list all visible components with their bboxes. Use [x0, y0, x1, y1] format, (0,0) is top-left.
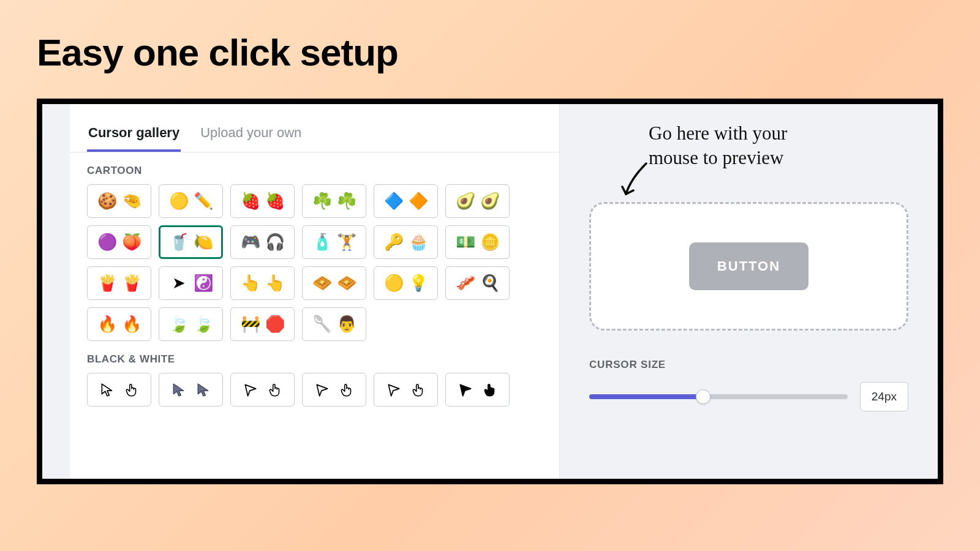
cursor-tile-clover[interactable]: ☘️☘️	[302, 184, 366, 218]
cursor-icon-a: 🧴	[313, 233, 331, 252]
cursor-tile-dessert[interactable]: 🔑🧁	[374, 225, 438, 259]
annotation-line1: Go here with your	[649, 122, 787, 144]
section-cartoon-label: CARTOON	[70, 152, 559, 184]
cursor-icon-a: 🔷	[385, 192, 403, 211]
cursor-tile-bulb[interactable]: 🟡💡	[374, 266, 438, 300]
preview-button[interactable]: BUTTON	[689, 242, 809, 290]
cursor-icon-a: 🍓	[241, 192, 260, 211]
cursor-icon-a: ☘️	[313, 192, 331, 211]
slider-fill	[589, 394, 703, 399]
cursor-tile-bw6[interactable]	[445, 373, 510, 407]
app-window: Cursor gallery Upload your own CARTOON 🍪…	[37, 99, 943, 484]
cursor-icon-b	[481, 381, 499, 399]
cursor-icon-b	[409, 381, 428, 399]
cursor-icon-b: 🍑	[123, 233, 141, 252]
cursor-icon-b: ✏️	[194, 192, 213, 211]
cursor-tile-fire[interactable]: 🔥🔥	[87, 307, 151, 341]
cursor-icon-a	[456, 381, 475, 399]
cursor-tile-spatula[interactable]: 🥄👨	[302, 307, 366, 341]
cursor-icon-b: 👨	[337, 315, 356, 334]
cursor-icon-b: 🔥	[123, 315, 141, 334]
cursor-icon-a: 🟣	[98, 233, 116, 252]
cursor-icon-a	[98, 381, 116, 399]
annotation-arrow-icon	[619, 160, 655, 203]
cursor-icon-b: 🍟	[123, 274, 141, 293]
cartoon-grid: 🍪🤏🟡✏️🍓🍓☘️☘️🔷🔶🥑🥑🟣🍑🥤🍋🎮🎧🧴🏋️🔑🧁💵🪙🍟🍟➤☯️👆👆🧇🧇🟡💡🥓…	[70, 184, 559, 341]
cursor-size-value: 24px	[860, 382, 908, 411]
cursor-tile-drinks[interactable]: 🥤🍋	[159, 225, 223, 259]
cursor-icon-a: 🟡	[385, 274, 403, 293]
left-panel: Cursor gallery Upload your own CARTOON 🍪…	[70, 104, 560, 479]
right-panel: Go here with your mouse to preview BUTTO…	[560, 104, 938, 479]
cursor-tile-avocado[interactable]: 🥑🥑	[445, 184, 510, 218]
cursor-tile-fries[interactable]: 🍟🍟	[87, 266, 151, 300]
cursor-icon-b: 🛑	[266, 315, 284, 334]
cursor-icon-b: 🍋	[194, 233, 213, 252]
cursor-tile-bacon[interactable]: 🥓🍳	[445, 266, 510, 300]
cursor-icon-b: 🍓	[266, 192, 284, 211]
cursor-icon-b: 💡	[409, 274, 428, 293]
cursor-icon-b	[337, 381, 356, 399]
cursor-tile-strawberry[interactable]: 🍓🍓	[230, 184, 295, 218]
cursor-icon-a: 🍪	[98, 192, 116, 211]
cursor-icon-b: 🍃	[194, 315, 213, 334]
cursor-icon-b: 🍳	[481, 274, 499, 293]
cursor-icon-b	[123, 381, 141, 399]
tab-bar: Cursor gallery Upload your own	[70, 116, 559, 152]
cursor-tile-bw5[interactable]	[374, 373, 438, 407]
section-bw-label: BLACK & WHITE	[70, 341, 559, 373]
cursor-icon-b: 👆	[266, 274, 284, 293]
cursor-tile-prism[interactable]: 🔷🔶	[374, 184, 438, 218]
cursor-icon-b: 🧇	[337, 274, 356, 293]
cursor-icon-b: 🤏	[123, 192, 141, 211]
cursor-icon-b: 🥑	[481, 192, 499, 211]
tab-upload-own[interactable]: Upload your own	[199, 116, 303, 152]
page-title: Easy one click setup	[37, 31, 943, 74]
cursor-icon-b: 🔶	[409, 192, 428, 211]
cursor-icon-a	[385, 381, 403, 399]
cursor-tile-bw3[interactable]	[230, 373, 295, 407]
cursor-tile-leaf[interactable]: 🍃🍃	[159, 307, 223, 341]
cursor-tile-stop[interactable]: 🚧🛑	[230, 307, 295, 341]
cursor-icon-a: 🟡	[170, 192, 188, 211]
cursor-size-row: 24px	[589, 382, 908, 411]
tab-cursor-gallery[interactable]: Cursor gallery	[87, 116, 181, 152]
cursor-icon-a: 💵	[456, 233, 475, 252]
cursor-icon-a	[170, 381, 188, 399]
annotation-text: Go here with your mouse to preview	[649, 121, 787, 171]
cursor-tile-yinyang[interactable]: ➤☯️	[159, 266, 223, 300]
cursor-icon-a: 🍟	[98, 274, 116, 293]
slider-thumb[interactable]	[696, 389, 710, 404]
cursor-tile-pencil[interactable]: 🟡✏️	[159, 184, 223, 218]
cursor-icon-a: ➤	[170, 274, 188, 293]
cursor-icon-a	[313, 381, 331, 399]
cursor-icon-a: 🥑	[456, 192, 475, 211]
cursor-size-slider[interactable]	[589, 394, 848, 399]
cursor-icon-b: 🎧	[266, 233, 284, 252]
cursor-icon-b	[194, 381, 213, 399]
cursor-size-label: CURSOR SIZE	[589, 359, 908, 371]
cursor-icon-b: ☘️	[337, 192, 356, 211]
cursor-tile-peach[interactable]: 🟣🍑	[87, 225, 151, 259]
cursor-tile-bw4[interactable]	[302, 373, 366, 407]
cursor-icon-a: 🥓	[456, 274, 475, 293]
cursor-tile-bw1[interactable]	[87, 373, 151, 407]
cursor-icon-b: 🪙	[481, 233, 499, 252]
cursor-icon-a: 🔥	[98, 315, 116, 334]
cursor-icon-a: 🎮	[241, 233, 260, 252]
cursor-tile-hands[interactable]: 👆👆	[230, 266, 295, 300]
cursor-tile-bw2[interactable]	[159, 373, 223, 407]
cursor-tile-gamer[interactable]: 🎮🎧	[230, 225, 295, 259]
preview-area[interactable]: BUTTON	[589, 202, 908, 331]
cursor-tile-money[interactable]: 💵🪙	[445, 225, 510, 259]
cursor-tile-waffle[interactable]: 🧇🧇	[302, 266, 366, 300]
cursor-icon-a: 🔑	[385, 233, 403, 252]
cursor-icon-a: 🥤	[170, 233, 188, 252]
cursor-icon-a: 🍃	[170, 315, 188, 334]
cursor-tile-cookie[interactable]: 🍪🤏	[87, 184, 151, 218]
cursor-tile-fitness[interactable]: 🧴🏋️	[302, 225, 366, 259]
cursor-icon-a: 🧇	[313, 274, 331, 293]
cursor-icon-a: 👆	[241, 274, 260, 293]
cursor-icon-a: 🚧	[241, 315, 260, 334]
bw-grid	[70, 373, 559, 407]
